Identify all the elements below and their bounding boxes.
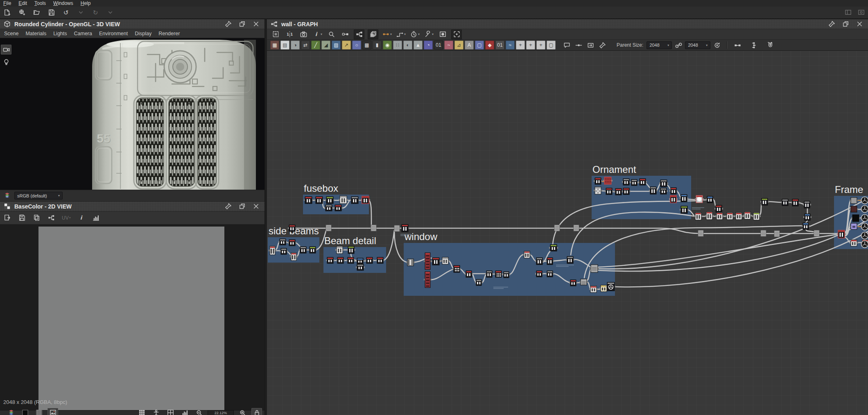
expose-graph-button[interactable] [354, 29, 364, 39]
link-sizes-button[interactable] [673, 40, 684, 50]
graph-node-dr[interactable] [465, 271, 473, 277]
parent-size-height-dropdown[interactable]: 2048▾ [685, 41, 710, 49]
3dview-menu-renderer[interactable]: Renderer [158, 31, 180, 36]
canvas-2d-area[interactable]: 2048 x 2048 (RGBA, 8bpc) [0, 225, 264, 410]
connection-style-button[interactable]: ▾ [396, 29, 406, 39]
graph-node-w[interactable] [694, 213, 703, 220]
close-button[interactable] [854, 19, 865, 29]
graph-node-dr[interactable] [304, 197, 313, 204]
node-button-gradient-map[interactable]: ▩ [362, 41, 371, 50]
wire-dot-node[interactable] [774, 231, 780, 237]
screenshot-button[interactable] [298, 29, 309, 39]
wire-dot-node[interactable] [814, 230, 819, 236]
compute-timing-button[interactable]: ▾ [409, 29, 420, 39]
graph-node-dr[interactable] [669, 188, 678, 194]
new-graph-button[interactable] [16, 8, 27, 18]
camera-video-button[interactable] [1, 45, 11, 54]
output-node[interactable] [861, 215, 868, 222]
color-profile-button[interactable] [6, 408, 16, 415]
graph-node-dr[interactable] [326, 257, 335, 263]
snap-grid-button[interactable] [765, 40, 775, 50]
graph-node-d[interactable] [485, 271, 493, 277]
node-button-add-bitmap-resource[interactable]: + [516, 41, 525, 50]
pin-node-button[interactable] [597, 40, 608, 50]
reset-size-button[interactable] [712, 40, 722, 50]
graph-node-w[interactable] [269, 246, 276, 255]
graph-node-dr[interactable] [400, 225, 409, 232]
graph-node-dr[interactable] [714, 205, 723, 212]
graph-group-window[interactable] [404, 243, 615, 296]
menu-edit[interactable]: Edit [18, 0, 27, 6]
wire-dot-node[interactable] [326, 225, 331, 231]
chevron-down-button[interactable] [75, 8, 86, 18]
node-button-normal[interactable]: ◉ [383, 41, 392, 50]
menu-windows[interactable]: Windows [53, 0, 73, 6]
graph-node-dr[interactable] [791, 199, 800, 206]
3dview-menu-environment[interactable]: Environment [99, 31, 128, 36]
info-button[interactable]: i▾ [312, 29, 323, 39]
output-node[interactable] [861, 223, 868, 230]
node-button-add-svg-resource[interactable]: + [526, 41, 535, 50]
close-button[interactable] [251, 19, 261, 29]
maximize-button[interactable] [237, 19, 247, 29]
wire-dot-node[interactable] [574, 225, 579, 231]
node-button-bitmap[interactable]: ▦ [270, 41, 279, 50]
graph-node-dr[interactable] [431, 258, 441, 265]
output-node[interactable] [861, 232, 868, 239]
graph-node-dg[interactable] [549, 245, 558, 251]
node-button-spline[interactable]: ~ [444, 41, 453, 50]
graph-node-dr[interactable] [614, 188, 623, 195]
graph-node-dr[interactable] [288, 240, 296, 246]
parent-size-width-dropdown[interactable]: 2048▾ [646, 41, 672, 49]
node-button-fx-map[interactable]: ○ [352, 41, 361, 50]
graph-node-lav[interactable] [850, 223, 858, 229]
copy-button[interactable] [31, 213, 42, 223]
output-node[interactable] [861, 206, 868, 213]
graph-node-dr[interactable] [605, 188, 613, 195]
dot-node-button[interactable] [573, 40, 584, 50]
info-button[interactable]: i [76, 213, 87, 223]
histogram-button[interactable] [91, 213, 102, 223]
3dview-menu-scene[interactable]: Scene [4, 31, 18, 36]
graph-node-dr[interactable] [346, 257, 355, 263]
save-button[interactable] [46, 8, 57, 18]
node-button-hsl[interactable]: ◔ [424, 41, 433, 50]
node-button-gradient-axial[interactable]: ▮ [373, 41, 382, 50]
link-node-button[interactable] [46, 213, 57, 223]
pin-button[interactable] [223, 202, 233, 211]
graph-node-dg[interactable] [760, 198, 769, 205]
graph-node-glow[interactable] [695, 195, 704, 203]
wire-dot-node[interactable] [761, 230, 766, 236]
actual-size-button[interactable]: 1:1 [284, 29, 295, 39]
graph-node-wgr[interactable] [752, 213, 761, 220]
node-button-symmetry-slice[interactable]: ⊿ [454, 41, 463, 50]
node-button-text[interactable]: A [465, 41, 474, 50]
graph-node-d[interactable] [475, 279, 483, 286]
frame-region-button[interactable] [451, 29, 462, 39]
portal-button[interactable] [585, 40, 596, 50]
layout-switch-button[interactable] [843, 8, 853, 18]
graph-node-d[interactable] [278, 239, 287, 245]
graph-node-d[interactable] [630, 179, 638, 186]
zoom-in-button[interactable] [237, 408, 248, 415]
redo-button[interactable]: ↻ [90, 8, 101, 18]
graph-node-w[interactable] [523, 251, 531, 258]
open-folder-button[interactable] [31, 8, 42, 18]
graph-node-d[interactable] [622, 179, 631, 185]
tools-button[interactable]: ▾ [423, 29, 434, 39]
search-button[interactable] [326, 29, 337, 39]
node-button-uniform-color[interactable]: ◆ [485, 41, 494, 50]
graph-node-dg[interactable] [680, 206, 689, 213]
graph-node-gc[interactable] [590, 265, 599, 272]
graph-node-drs[interactable] [837, 230, 846, 238]
wire-dot-node[interactable] [698, 230, 703, 236]
image-preview-button[interactable] [47, 408, 58, 415]
histogram-button[interactable] [179, 408, 190, 415]
graph-node-dr[interactable] [535, 271, 543, 277]
graph-node-w[interactable] [290, 253, 298, 261]
graph-node-dr[interactable] [376, 257, 384, 263]
node-alignment-button[interactable] [748, 40, 759, 50]
node-button-value-processor[interactable]: 01 [495, 41, 504, 50]
zoom-out-button[interactable] [194, 408, 204, 415]
character-button[interactable] [151, 408, 161, 415]
